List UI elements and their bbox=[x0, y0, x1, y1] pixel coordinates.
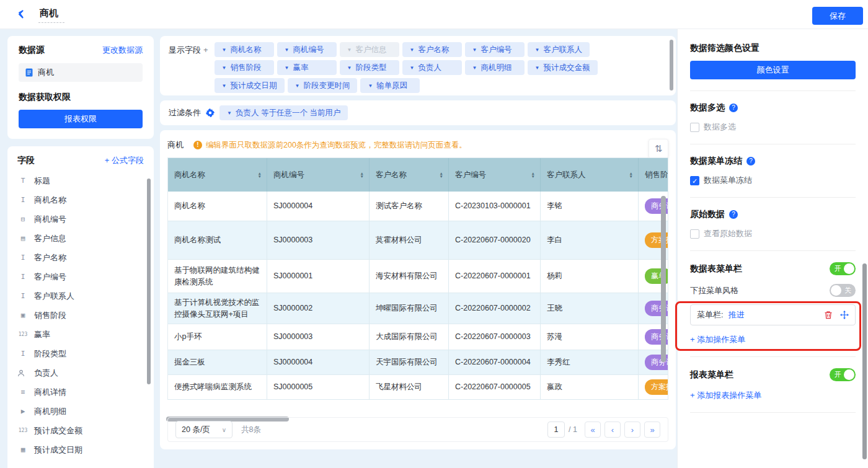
menu-freeze-checkbox[interactable]: ✓ bbox=[690, 176, 699, 185]
display-field-tag[interactable]: ▼预计成交金额 bbox=[528, 60, 598, 75]
table-cell: C-20230103-0000001 bbox=[449, 192, 541, 221]
caret-down-icon: ▼ bbox=[285, 47, 290, 53]
multi-select-checkbox[interactable] bbox=[690, 123, 699, 132]
display-field-tag[interactable]: ▼销售阶段 bbox=[215, 60, 274, 75]
display-field-tag[interactable]: ▼阶段变更时间 bbox=[288, 78, 358, 93]
field-item[interactable]: T标题 bbox=[17, 171, 144, 190]
raw-data-checkbox[interactable] bbox=[690, 229, 699, 239]
menu-item-row[interactable]: 菜单栏: 推进 bbox=[690, 304, 856, 325]
table-row[interactable]: 商机名称测试SJ0000003莫霍材料公司C-20220607-0000020李… bbox=[168, 221, 668, 260]
field-item[interactable]: 负责人 bbox=[17, 363, 144, 382]
panel-scrollbar[interactable] bbox=[862, 263, 867, 459]
filter-card: 过滤条件 ▼ 负责人 等于任意一个 当前用户 bbox=[160, 100, 676, 125]
column-sort-icon[interactable]: ▲▼ bbox=[440, 172, 443, 178]
field-item[interactable]: I客户编号 bbox=[17, 267, 144, 286]
report-permission-button[interactable]: 报表权限 bbox=[19, 110, 143, 128]
dropdown-style-label: 下拉菜单风格 bbox=[690, 285, 738, 296]
sort-order-button[interactable]: ⇅ bbox=[649, 139, 668, 159]
date-icon: ▦ bbox=[17, 446, 29, 454]
display-field-tags: ▼商机名称▼商机编号▼客户信息▼客户名称▼客户编号▼客户联系人▼销售阶段▼赢率▼… bbox=[215, 42, 598, 93]
page-number-input[interactable]: 1 bbox=[547, 422, 565, 438]
serial-icon: ⊟ bbox=[17, 215, 29, 223]
display-field-tag[interactable]: ▼商机明细 bbox=[465, 60, 525, 75]
help-icon[interactable]: ? bbox=[729, 104, 738, 112]
detail-icon: ≡ bbox=[17, 388, 29, 396]
field-item[interactable]: I阶段类型 bbox=[17, 344, 144, 363]
dropdown-style-toggle[interactable]: 关 bbox=[830, 284, 856, 297]
display-field-tag[interactable]: ▼商机名称 bbox=[215, 42, 274, 57]
help-icon[interactable]: ? bbox=[746, 157, 755, 166]
table-row[interactable]: 基于物联网的建筑结构健康检测系统SJ0000001海安材料有限公司C-20220… bbox=[168, 260, 668, 293]
gear-icon[interactable] bbox=[206, 108, 215, 117]
datasource-card: 数据源 更改数据源 商机 数据获取权限 报表权限 bbox=[7, 36, 154, 139]
filter-condition-tag[interactable]: ▼ 负责人 等于任意一个 当前用户 bbox=[219, 105, 348, 120]
text-icon: I bbox=[17, 273, 29, 281]
report-menubar-toggle[interactable]: 开 bbox=[830, 368, 856, 381]
display-field-tag[interactable]: ▼负责人 bbox=[402, 60, 462, 75]
change-datasource-link[interactable]: 更改数据源 bbox=[102, 45, 143, 56]
column-sort-icon[interactable]: ▲▼ bbox=[531, 172, 535, 178]
table-cell: 大成国际有限公司 bbox=[370, 324, 449, 350]
move-icon[interactable] bbox=[840, 311, 849, 319]
column-sort-icon[interactable]: ▲▼ bbox=[360, 172, 364, 178]
fields-scrollbar[interactable] bbox=[147, 179, 151, 384]
display-field-tag[interactable]: ▼客户编号 bbox=[465, 42, 525, 57]
back-button[interactable] bbox=[16, 9, 26, 19]
menu-freeze-checkbox-label: 数据菜单冻结 bbox=[704, 175, 752, 186]
table-cell: 测试客户名称 bbox=[370, 192, 449, 221]
add-display-field-button[interactable]: + bbox=[203, 45, 208, 55]
table-row[interactable]: 基于计算机视觉技术的监控摄像头互联网+项目SJ0000002坤曜国际有限公司C-… bbox=[168, 293, 668, 324]
display-fields-card: 显示字段+ ▼商机名称▼商机编号▼客户信息▼客户名称▼客户编号▼客户联系人▼销售… bbox=[160, 36, 676, 95]
field-item[interactable]: ▦预计成交日期 bbox=[17, 440, 144, 459]
display-field-tag[interactable]: ▼客户名称 bbox=[402, 42, 462, 57]
field-item[interactable]: ⊟商机编号 bbox=[17, 210, 144, 229]
page-size-select[interactable]: 20 条/页∨ bbox=[175, 421, 232, 438]
table-vertical-scrollbar[interactable] bbox=[661, 196, 666, 362]
table-cell: SJ0000001 bbox=[267, 260, 370, 293]
field-item[interactable]: 123预计成交金额 bbox=[17, 421, 144, 440]
last-page-button[interactable]: » bbox=[644, 422, 660, 438]
warning-icon: ! bbox=[193, 141, 202, 149]
column-sort-icon[interactable]: ▲▼ bbox=[258, 172, 262, 178]
table-row[interactable]: 掘金三板SJ0000004天宇国际有限公司C-20220607-0000004李… bbox=[168, 350, 668, 375]
prev-page-button[interactable]: ‹ bbox=[604, 422, 621, 438]
field-item[interactable]: 123赢率 bbox=[17, 325, 144, 344]
trash-icon[interactable] bbox=[824, 311, 833, 319]
table-row[interactable]: 小p手环SJ0000003大成国际有限公司C-20220607-0000003苏… bbox=[168, 324, 668, 350]
save-button[interactable]: 保存 bbox=[812, 7, 863, 25]
menu-item-value[interactable]: 推进 bbox=[728, 309, 745, 320]
display-field-tag[interactable]: ▼输单原因 bbox=[360, 78, 420, 93]
field-item[interactable]: I客户联系人 bbox=[17, 286, 144, 306]
color-settings-button[interactable]: 颜色设置 bbox=[690, 61, 856, 79]
display-field-tag[interactable]: ▼客户联系人 bbox=[528, 42, 590, 57]
table-cell: C-20220607-0000005 bbox=[449, 375, 541, 400]
add-action-menu-link[interactable]: + 添加操作菜单 bbox=[690, 334, 856, 345]
field-item[interactable]: I商机名称 bbox=[17, 190, 144, 210]
multi-select-title: 数据多选 bbox=[690, 102, 725, 113]
next-page-button[interactable]: › bbox=[624, 422, 640, 438]
column-header: 商机编号▲▼ bbox=[267, 158, 370, 192]
field-item[interactable]: ≡商机详情 bbox=[17, 382, 144, 402]
display-field-tag[interactable]: ▼赢率 bbox=[277, 60, 337, 75]
display-scrollbar[interactable] bbox=[670, 40, 673, 91]
field-item[interactable]: I客户名称 bbox=[17, 248, 144, 267]
display-field-tag[interactable]: ▼商机编号 bbox=[277, 42, 337, 57]
display-field-tag[interactable]: ▼阶段类型 bbox=[340, 60, 399, 75]
display-field-tag[interactable]: ▼客户信息 bbox=[340, 42, 399, 57]
datasource-item[interactable]: 商机 bbox=[19, 63, 143, 82]
field-item[interactable]: ▤客户信息 bbox=[17, 229, 144, 248]
table-row[interactable]: 商机名称SJ0000004测试客户名称C-20230103-0000001李铭商… bbox=[168, 192, 668, 221]
display-field-tag[interactable]: ▼预计成交日期 bbox=[215, 78, 285, 93]
help-icon[interactable]: ? bbox=[729, 210, 738, 219]
divider bbox=[690, 144, 856, 144]
field-item[interactable]: ▶商机明细 bbox=[17, 402, 144, 421]
field-item[interactable]: ▣销售阶段 bbox=[17, 306, 144, 325]
subtable-icon: ▶ bbox=[17, 407, 29, 415]
first-page-button[interactable]: « bbox=[585, 422, 601, 438]
table-menubar-toggle[interactable]: 开 bbox=[830, 262, 856, 275]
table-row[interactable]: 便携式哮喘病监测系统SJ0000005飞星材料公司C-20220607-0000… bbox=[168, 375, 668, 400]
table-cell: C-20220607-0000002 bbox=[449, 293, 541, 324]
formula-field-link[interactable]: + 公式字段 bbox=[105, 155, 144, 166]
add-report-menu-link[interactable]: + 添加报表操作菜单 bbox=[690, 390, 856, 401]
column-sort-icon[interactable]: ▲▼ bbox=[629, 172, 633, 178]
